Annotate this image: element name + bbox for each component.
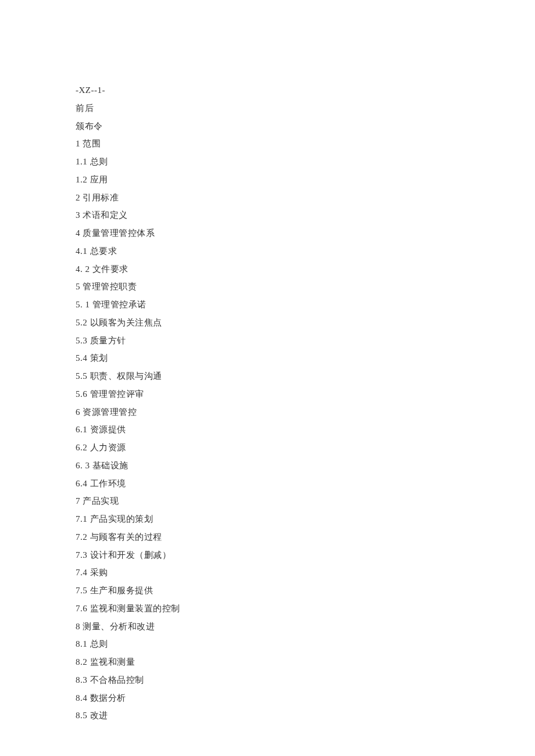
toc-line: 7 产品实现 (76, 492, 459, 510)
document-page: -XZ--1- 前后 颁布令 1 范围 1.1 总则 1.2 应用 2 引用标准… (0, 0, 535, 756)
toc-line: 8.4 数据分析 (76, 689, 459, 707)
toc-line: 5.3 质量方针 (76, 332, 459, 350)
toc-line: 5.2 以顾客为关注焦点 (76, 314, 459, 332)
toc-line: 4 质量管理管控体系 (76, 224, 459, 242)
toc-line: 1.1 总则 (76, 153, 459, 171)
toc-line: 5.6 管理管控评审 (76, 385, 459, 403)
toc-line: 6. 3 基础设施 (76, 457, 459, 475)
toc-line: 8 测量、分析和改进 (76, 618, 459, 636)
toc-line: 3 术语和定义 (76, 206, 459, 224)
toc-line: 2 引用标准 (76, 189, 459, 207)
toc-line: 颁布令 (76, 117, 459, 135)
toc-line: 4. 2 文件要求 (76, 260, 459, 278)
toc-line: 6.2 人力资源 (76, 439, 459, 457)
toc-line: 8.5 改进 (76, 707, 459, 725)
toc-line: 5.5 职责、权限与沟通 (76, 367, 459, 385)
toc-line: 8.2 监视和测量 (76, 653, 459, 671)
toc-line: 5 管理管控职责 (76, 278, 459, 296)
toc-line: 7.3 设计和开发（删减） (76, 546, 459, 564)
toc-line: 8.3 不合格品控制 (76, 671, 459, 689)
toc-line: 6.4 工作环境 (76, 475, 459, 493)
toc-line: 7.5 生产和服务提供 (76, 582, 459, 600)
toc-line: 7.6 监视和测量装置的控制 (76, 600, 459, 618)
toc-line: 8.1 总则 (76, 635, 459, 653)
toc-line: 7.1 产品实现的策划 (76, 510, 459, 528)
toc-line: 1 范围 (76, 135, 459, 153)
toc-line: 7.4 采购 (76, 564, 459, 582)
toc-line: -XZ--1- (76, 81, 459, 99)
toc-line: 6 资源管理管控 (76, 403, 459, 421)
toc-line: 前后 (76, 99, 459, 117)
toc-line: 5.4 策划 (76, 349, 459, 367)
toc-line: 5. 1 管理管控承诺 (76, 296, 459, 314)
toc-line: 6.1 资源提供 (76, 421, 459, 439)
toc-line: 4.1 总要求 (76, 242, 459, 260)
toc-line: 1.2 应用 (76, 171, 459, 189)
toc-line: 7.2 与顾客有关的过程 (76, 528, 459, 546)
